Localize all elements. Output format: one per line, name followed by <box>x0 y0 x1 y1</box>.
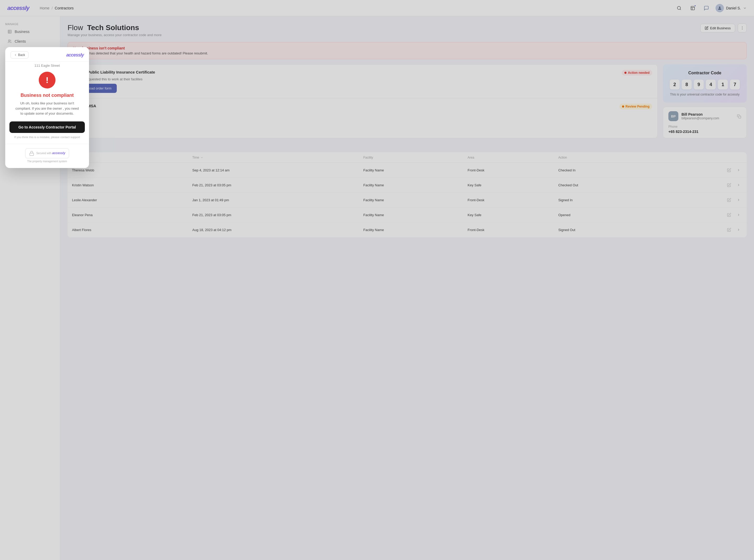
modal-back-button[interactable]: Back <box>11 51 28 59</box>
chevron-left-icon <box>14 53 17 57</box>
modal-secured-logo: accessly <box>52 151 65 155</box>
non-compliant-modal: Back accessly 111 Eagle Street ! Busines… <box>5 47 89 168</box>
modal-overlay: Back accessly 111 Eagle Street ! Busines… <box>0 0 754 560</box>
modal-support-text: If you think this is a mistake, please c… <box>5 136 89 139</box>
error-icon: ! <box>39 72 56 88</box>
modal-logo: accessly <box>66 52 84 58</box>
modal-secured-footer: The property management system <box>11 160 84 163</box>
modal-backdrop[interactable] <box>0 0 754 560</box>
modal-secured-badge: Secured with accessly <box>25 148 70 158</box>
exclamation-mark: ! <box>46 75 49 85</box>
modal-cta-button[interactable]: Go to Accessly Contractor Portal <box>9 121 85 133</box>
modal-title: Business not compliant <box>11 93 84 98</box>
modal-address: 111 Eagle Street <box>5 61 89 72</box>
svg-rect-15 <box>30 153 34 156</box>
modal-body-text: Uh oh, looks like your business isn't co… <box>11 101 84 116</box>
modal-header: Back accessly <box>5 47 89 61</box>
lock-icon <box>29 151 34 156</box>
modal-footer: Secured with accessly The property manag… <box>5 148 89 168</box>
